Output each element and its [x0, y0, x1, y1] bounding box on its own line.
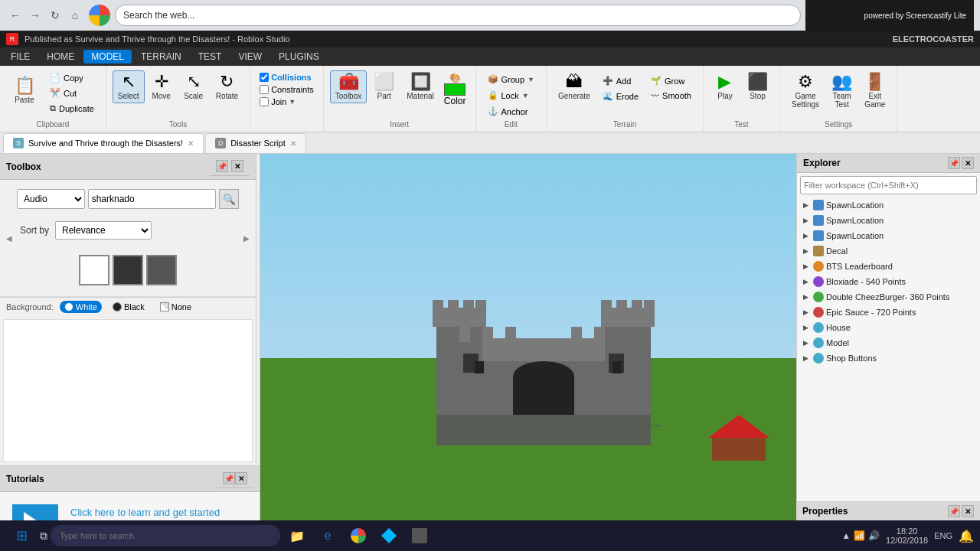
address-bar[interactable]: Search the web... — [115, 5, 801, 26]
explorer-pin[interactable]: 📌 — [948, 157, 960, 169]
taskbar-search[interactable] — [51, 525, 280, 546]
tutorials-close[interactable]: ✕ — [235, 472, 247, 484]
join-checkbox[interactable] — [260, 97, 269, 106]
bg-white-option[interactable]: White — [60, 301, 102, 313]
home-button[interactable]: ⌂ — [66, 6, 84, 24]
rotate-button[interactable]: ↻ Rotate — [211, 70, 243, 103]
refresh-button[interactable]: ↻ — [46, 6, 64, 24]
menu-plugins[interactable]: PLUGINS — [271, 50, 327, 64]
tree-item-bts[interactable]: ▶ BTS Leaderboard — [797, 259, 980, 274]
tree-item-cheezburger[interactable]: ▶ Double CheezBurger- 360 Points — [797, 289, 980, 305]
tree-item-spawn2[interactable]: ▶ SpawnLocation — [797, 213, 980, 228]
menu-test[interactable]: TEST — [191, 50, 230, 64]
tree-item-spawn3[interactable]: ▶ SpawnLocation — [797, 228, 980, 243]
toolbox-button[interactable]: 🧰 Toolbox — [330, 70, 367, 103]
unknown-taskbar-icon — [412, 528, 427, 543]
tray-network[interactable]: 📶 — [854, 530, 865, 541]
menu-home[interactable]: HOME — [39, 50, 82, 64]
search-button[interactable]: 🔍 — [219, 189, 239, 209]
viewport[interactable]: 〜〜 — [260, 154, 796, 551]
material-button[interactable]: 🔲 Material — [401, 70, 439, 103]
smooth-button[interactable]: 〰 Smooth — [645, 89, 697, 103]
collisions-row[interactable]: Collisions — [256, 72, 315, 83]
properties-close[interactable]: ✕ — [962, 505, 974, 517]
bg-black-dot — [113, 302, 122, 311]
tab-close-script[interactable]: ✕ — [290, 139, 296, 148]
lock-button[interactable]: 🔒 Lock ▼ — [482, 88, 534, 103]
tree-item-spawn1[interactable]: ▶ SpawnLocation — [797, 197, 980, 213]
constraints-row[interactable]: Constraints — [256, 84, 317, 95]
add-icon: ➕ — [603, 76, 613, 86]
duplicate-icon: ⧉ — [50, 103, 56, 113]
scroll-right-arrow[interactable]: ▶ — [242, 233, 251, 244]
tree-item-model[interactable]: ▶ Model — [797, 335, 980, 350]
taskbar-icon-unknown[interactable] — [406, 522, 433, 549]
generate-button[interactable]: 🏔 Generate — [553, 70, 596, 103]
copy-button[interactable]: 📄 Copy — [44, 70, 100, 85]
duplicate-button[interactable]: ⧉ Duplicate — [44, 101, 100, 116]
tab-script[interactable]: D Disaster Script ✕ — [205, 133, 306, 153]
grow-button[interactable]: 🌱 Grow — [645, 73, 697, 88]
tray-volume[interactable]: 🔊 — [868, 530, 880, 541]
bg-none-option[interactable]: None — [155, 301, 196, 313]
menu-file[interactable]: FILE — [3, 50, 38, 64]
taskbar-icon-file-explorer[interactable]: 📁 — [283, 522, 311, 549]
explorer-filter[interactable] — [800, 176, 977, 194]
move-button[interactable]: ✛ Move — [146, 70, 177, 103]
team-test-button[interactable]: 👥 Team Test — [826, 70, 858, 112]
explorer-close[interactable]: ✕ — [962, 157, 974, 169]
select-button[interactable]: ↖ Select — [113, 70, 145, 103]
anchor-button[interactable]: ⚓ Anchor — [482, 104, 534, 119]
exit-game-button[interactable]: 🚪 Exit Game — [859, 70, 890, 112]
constraints-checkbox[interactable] — [260, 85, 269, 94]
stop-button[interactable]: ⬛ Stop — [742, 70, 773, 103]
tab-close-survive[interactable]: ✕ — [188, 139, 194, 148]
bg-black-option[interactable]: Black — [108, 301, 149, 313]
preview-item-1[interactable] — [79, 255, 109, 285]
scroll-left-arrow[interactable]: ◀ — [5, 233, 14, 244]
menu-view[interactable]: VIEW — [230, 50, 270, 64]
menu-model[interactable]: MODEL — [83, 50, 132, 64]
category-select[interactable]: Audio — [17, 189, 85, 209]
preview-item-2[interactable] — [113, 255, 143, 285]
taskbar-icon-edge[interactable]: e — [314, 522, 341, 549]
add-button[interactable]: ➕ Add — [597, 73, 644, 88]
taskbar-icon-roblox[interactable] — [375, 522, 403, 549]
tab-survive[interactable]: S Survive and Thrive through the Disaste… — [3, 133, 204, 153]
tree-item-shopbuttons[interactable]: ▶ Shop Buttons — [797, 350, 980, 366]
preview-area — [14, 249, 242, 292]
join-row[interactable]: Join ▼ — [256, 96, 299, 107]
notification-icon[interactable]: 🔔 — [959, 529, 974, 543]
roblox-logo: R — [6, 33, 18, 45]
scale-button[interactable]: ⤡ Scale — [178, 70, 209, 103]
tree-item-epicsauce[interactable]: ▶ Epic Sauce - 720 Points — [797, 305, 980, 320]
sort-select[interactable]: RelevanceNameMost VisitedRecently Update… — [55, 221, 152, 240]
erode-button[interactable]: 🌊 Erode — [597, 89, 644, 103]
svg-rect-21 — [594, 327, 605, 342]
game-settings-button[interactable]: ⚙ Game Settings — [786, 70, 825, 112]
properties-pin[interactable]: 📌 — [948, 505, 960, 517]
back-button[interactable]: ← — [6, 6, 24, 24]
collisions-checkbox[interactable] — [260, 73, 269, 82]
color-button[interactable]: 🎨 Color — [441, 70, 469, 109]
tree-item-bloxiade[interactable]: ▶ Bloxiade - 540 Points — [797, 274, 980, 289]
toolbox-pin[interactable]: 📌 — [216, 160, 228, 172]
tutorials-pin[interactable]: 📌 — [223, 472, 235, 484]
group-button[interactable]: 📦 Group ▼ — [482, 72, 541, 86]
taskbar-icon-chrome[interactable] — [345, 522, 372, 549]
start-button[interactable]: ⊞ — [6, 522, 37, 549]
forward-button[interactable]: → — [26, 6, 44, 24]
preview-item-3[interactable] — [146, 255, 177, 285]
tray-chevron[interactable]: ▲ — [841, 530, 851, 541]
tree-item-decal[interactable]: ▶ Decal — [797, 243, 980, 259]
search-input[interactable] — [88, 189, 216, 209]
cut-button[interactable]: ✂️ Cut — [44, 86, 100, 100]
paste-button[interactable]: 📋 Paste — [6, 70, 43, 110]
tree-item-house[interactable]: ▶ House — [797, 320, 980, 335]
toolbox-close[interactable]: ✕ — [231, 160, 243, 172]
join-dropdown[interactable]: ▼ — [289, 98, 296, 106]
play-button[interactable]: ▶ Play — [710, 70, 740, 103]
part-button[interactable]: ⬜ Part — [368, 70, 400, 103]
task-view-button[interactable]: ⧉ — [40, 530, 47, 543]
menu-terrain[interactable]: TERRAIN — [133, 50, 189, 64]
